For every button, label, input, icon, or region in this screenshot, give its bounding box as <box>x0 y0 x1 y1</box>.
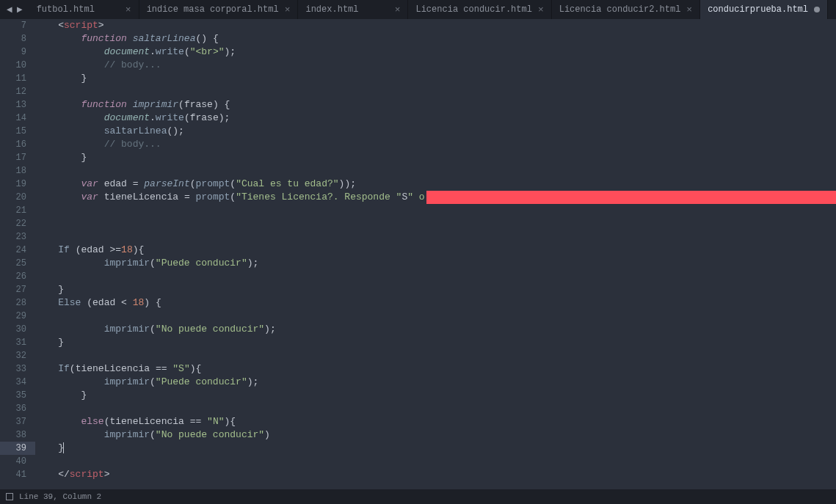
line-number: 22 <box>6 217 26 230</box>
line-number: 13 <box>6 98 26 112</box>
code-line[interactable]: } <box>35 151 836 164</box>
tab-label: conducirprueba.html <box>708 4 808 15</box>
code-line[interactable] <box>35 217 836 230</box>
close-icon[interactable]: × <box>538 4 544 15</box>
code-line[interactable]: // body... <box>35 59 836 72</box>
line-number: 40 <box>6 455 26 468</box>
line-number: 11 <box>6 72 26 85</box>
code-line[interactable] <box>35 310 836 323</box>
editor[interactable]: 7891011121314151617181920212223242526272… <box>0 19 836 489</box>
cursor <box>63 442 64 453</box>
line-number: 41 <box>6 468 26 481</box>
code-line[interactable]: // body... <box>35 138 836 151</box>
line-number: 18 <box>6 164 26 178</box>
status-text: Line 39, Column 2 <box>19 492 101 501</box>
tab-conducirprueba-html[interactable]: conducirprueba.html <box>700 0 828 19</box>
code-line[interactable]: } <box>35 389 836 402</box>
code-line[interactable] <box>35 204 836 217</box>
line-number: 21 <box>6 204 26 217</box>
line-number: 10 <box>6 59 26 72</box>
close-icon[interactable]: × <box>126 4 131 15</box>
close-icon[interactable]: × <box>395 4 401 15</box>
dirty-indicator-icon <box>814 7 820 12</box>
code-line[interactable]: } <box>35 283 836 296</box>
line-number: 7 <box>6 19 26 32</box>
tabs-container: futbol.html×indice masa corporal.html×in… <box>29 0 836 19</box>
tab-licencia-conducir2-html[interactable]: Licencia conducir2.html× <box>552 0 700 19</box>
code-line[interactable]: </script> <box>35 468 836 481</box>
code-line[interactable] <box>35 349 836 362</box>
code-line[interactable]: If (edad >=18){ <box>35 244 836 257</box>
code-line[interactable]: imprimir("No puede conducir"); <box>35 323 836 336</box>
code-line[interactable]: document.write(frase); <box>35 112 836 125</box>
code-line[interactable]: document.write("<br>"); <box>35 45 836 59</box>
line-number: 26 <box>6 270 26 283</box>
line-number: 17 <box>6 151 26 164</box>
code-line[interactable]: var tieneLicencia = prompt("Tienes Licen… <box>35 191 836 204</box>
nav-arrows: ◄ ► <box>0 0 29 19</box>
code-line[interactable]: function imprimir(frase) { <box>35 98 836 112</box>
close-icon[interactable]: × <box>686 4 692 15</box>
status-indicator-icon <box>6 493 13 500</box>
line-number: 33 <box>6 362 26 376</box>
tab-label: futbol.html <box>37 4 95 15</box>
line-number: 16 <box>6 138 26 151</box>
error-highlight <box>426 191 836 204</box>
line-number: 15 <box>6 125 26 138</box>
code-line[interactable]: var edad = parseInt(prompt("Cual es tu e… <box>35 178 836 191</box>
line-number: 34 <box>6 376 26 389</box>
line-number: 25 <box>6 257 26 270</box>
tab-label: index.html <box>305 4 358 15</box>
nav-back-icon[interactable]: ◄ <box>4 4 15 15</box>
code-line[interactable]: } <box>35 442 836 455</box>
code-area[interactable]: <script> function saltarLinea() { docume… <box>35 19 836 489</box>
tab-label: indice masa corporal.html <box>147 4 279 15</box>
code-line[interactable] <box>35 230 836 244</box>
line-number: 20 <box>6 191 26 204</box>
code-line[interactable]: If(tieneLicencia == "S"){ <box>35 362 836 376</box>
code-line[interactable]: imprimir("No puede conducir") <box>35 428 836 442</box>
tab-licencia-conducir-html[interactable]: Licencia conducir.html× <box>408 0 551 19</box>
line-number: 28 <box>6 296 26 310</box>
code-line[interactable]: saltarLinea(); <box>35 125 836 138</box>
code-line[interactable]: <script> <box>35 19 836 32</box>
status-bar: Line 39, Column 2 <box>0 489 836 504</box>
line-number: 23 <box>6 230 26 244</box>
close-icon[interactable]: × <box>285 4 291 15</box>
line-number: 14 <box>6 112 26 125</box>
code-line[interactable]: function saltarLinea() { <box>35 32 836 45</box>
code-line[interactable] <box>35 85 836 98</box>
gutter: 7891011121314151617181920212223242526272… <box>0 19 35 489</box>
line-number: 32 <box>6 349 26 362</box>
line-number: 8 <box>6 32 26 45</box>
tab-label: Licencia conducir.html <box>415 4 531 15</box>
line-number: 37 <box>6 415 26 428</box>
line-number: 39 <box>0 442 35 455</box>
code-line[interactable] <box>35 455 836 468</box>
code-line[interactable]: else(tieneLicencia == "N"){ <box>35 415 836 428</box>
line-number: 31 <box>6 336 26 349</box>
tab-futbol-html[interactable]: futbol.html× <box>29 0 139 19</box>
code-line[interactable] <box>35 402 836 415</box>
line-number: 19 <box>6 178 26 191</box>
code-line[interactable]: } <box>35 72 836 85</box>
line-number: 30 <box>6 323 26 336</box>
line-number: 38 <box>6 428 26 442</box>
line-number: 27 <box>6 283 26 296</box>
code-line[interactable]: imprimir("Puede conducir"); <box>35 257 836 270</box>
line-number: 36 <box>6 402 26 415</box>
code-line[interactable] <box>35 270 836 283</box>
line-number: 9 <box>6 45 26 59</box>
code-line[interactable]: imprimir("Puede conducir"); <box>35 376 836 389</box>
code-line[interactable] <box>35 164 836 178</box>
code-line[interactable]: } <box>35 336 836 349</box>
line-number: 12 <box>6 85 26 98</box>
tab-index-html[interactable]: index.html× <box>298 0 408 19</box>
line-number: 24 <box>6 244 26 257</box>
code-line[interactable]: Else (edad < 18) { <box>35 296 836 310</box>
tab-label: Licencia conducir2.html <box>559 4 681 15</box>
tab-indice-masa-corporal-html[interactable]: indice masa corporal.html× <box>139 0 299 19</box>
line-number: 35 <box>6 389 26 402</box>
nav-forward-icon[interactable]: ► <box>15 4 25 15</box>
tab-bar: ◄ ► futbol.html×indice masa corporal.htm… <box>0 0 836 19</box>
